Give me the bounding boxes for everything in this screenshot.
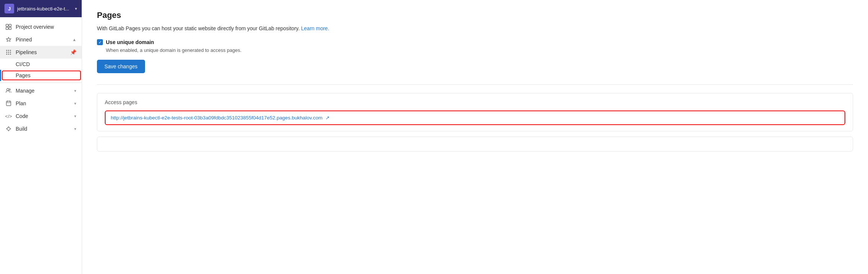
svg-point-4 bbox=[6, 50, 7, 51]
sidebar-item-label: Pipelines bbox=[16, 49, 66, 55]
project-overview-icon bbox=[5, 24, 12, 30]
sidebar-item-pipelines[interactable]: Pipelines 📌 bbox=[0, 46, 82, 59]
access-section-title: Access pages bbox=[105, 99, 845, 105]
svg-rect-0 bbox=[6, 24, 8, 27]
use-unique-domain-label: Use unique domain bbox=[106, 39, 154, 45]
chevron-down-icon: ▾ bbox=[74, 88, 76, 93]
sidebar-item-label: Build bbox=[16, 126, 70, 132]
sidebar: J jetbrains-kubectl-e2e-t... ▾ Project o… bbox=[0, 0, 82, 274]
sidebar-item-label: Plan bbox=[16, 100, 70, 106]
pipelines-icon bbox=[5, 49, 12, 56]
svg-point-12 bbox=[10, 54, 11, 55]
divider bbox=[0, 82, 82, 83]
manage-icon bbox=[5, 87, 12, 94]
sidebar-item-cicd[interactable]: CI/CD bbox=[0, 59, 82, 70]
sidebar-item-project-overview[interactable]: Project overview bbox=[0, 21, 82, 33]
section-divider bbox=[97, 84, 853, 85]
svg-point-16 bbox=[7, 127, 10, 130]
code-icon: </> bbox=[5, 113, 12, 119]
sidebar-header[interactable]: J jetbrains-kubectl-e2e-t... ▾ bbox=[0, 0, 82, 18]
sidebar-item-build[interactable]: Build ▾ bbox=[0, 122, 82, 135]
plan-icon bbox=[5, 100, 12, 107]
sidebar-item-plan[interactable]: Plan ▾ bbox=[0, 97, 82, 110]
sidebar-item-pinned[interactable]: Pinned ▲ bbox=[0, 33, 82, 46]
svg-point-5 bbox=[8, 50, 9, 51]
svg-point-11 bbox=[8, 54, 9, 55]
svg-point-9 bbox=[10, 52, 11, 53]
save-changes-button[interactable]: Save changes bbox=[97, 60, 145, 73]
svg-point-7 bbox=[6, 52, 7, 53]
svg-point-8 bbox=[8, 52, 9, 53]
external-link-icon: ↗ bbox=[326, 115, 330, 121]
sidebar-item-label: Pinned bbox=[16, 37, 69, 43]
chevron-down-icon: ▾ bbox=[74, 114, 76, 119]
sidebar-item-pages[interactable]: Pages bbox=[0, 70, 82, 81]
url-box: http://jetbrains-kubectl-e2e-tests-root-… bbox=[105, 110, 845, 125]
sidebar-nav: Project overview Pinned ▲ Pipelines 📌 bbox=[0, 18, 82, 138]
pin-icon bbox=[5, 36, 12, 43]
svg-point-6 bbox=[10, 50, 11, 51]
svg-rect-3 bbox=[9, 27, 11, 29]
sidebar-item-code[interactable]: </> Code ▾ bbox=[0, 110, 82, 122]
sidebar-item-manage[interactable]: Manage ▾ bbox=[0, 84, 82, 97]
svg-point-10 bbox=[6, 54, 7, 55]
project-name: jetbrains-kubectl-e2e-t... bbox=[17, 6, 72, 12]
pages-label: Pages bbox=[16, 72, 31, 78]
chevron-down-icon: ▾ bbox=[75, 6, 77, 11]
page-description: With GitLab Pages you can host your stat… bbox=[97, 25, 853, 32]
cicd-label: CI/CD bbox=[16, 61, 30, 67]
pin-filled-icon: 📌 bbox=[70, 49, 76, 55]
access-section: Access pages http://jetbrains-kubectl-e2… bbox=[97, 93, 853, 131]
sidebar-item-label: Manage bbox=[16, 88, 70, 94]
chevron-down-icon: ▾ bbox=[74, 127, 76, 131]
sidebar-item-label: Code bbox=[16, 113, 70, 119]
bottom-section bbox=[97, 137, 853, 152]
svg-point-13 bbox=[7, 88, 9, 91]
svg-rect-15 bbox=[6, 101, 11, 106]
svg-point-14 bbox=[9, 89, 10, 90]
avatar: J bbox=[4, 4, 14, 13]
svg-rect-1 bbox=[9, 24, 11, 27]
pages-url-link[interactable]: http://jetbrains-kubectl-e2e-tests-root-… bbox=[111, 115, 323, 121]
unique-domain-description: When enabled, a unique domain is generat… bbox=[106, 47, 853, 53]
svg-rect-2 bbox=[6, 27, 8, 29]
main-content: Pages With GitLab Pages you can host you… bbox=[82, 0, 868, 274]
chevron-up-icon: ▲ bbox=[72, 37, 76, 42]
learn-more-link[interactable]: Learn more. bbox=[301, 25, 329, 31]
sidebar-item-label: Project overview bbox=[16, 24, 76, 30]
checkbox-checked-icon[interactable]: ✓ bbox=[97, 39, 103, 45]
build-icon bbox=[5, 125, 12, 132]
use-unique-domain-row: ✓ Use unique domain bbox=[97, 39, 853, 45]
page-title: Pages bbox=[97, 10, 853, 20]
chevron-down-icon: ▾ bbox=[74, 101, 76, 106]
